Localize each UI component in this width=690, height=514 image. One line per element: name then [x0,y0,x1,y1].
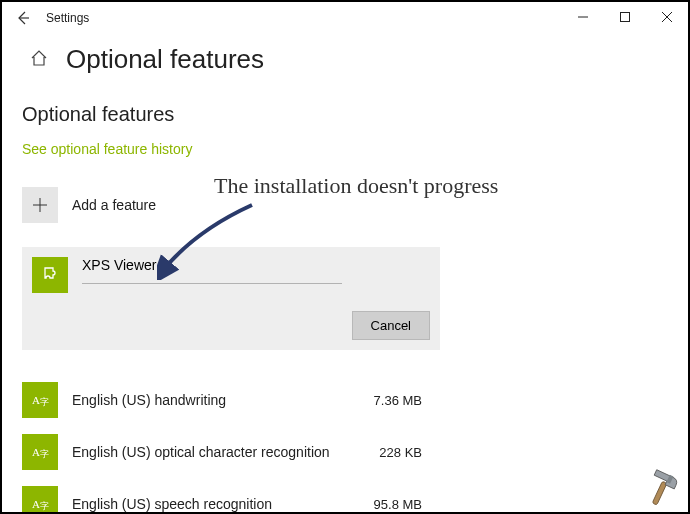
title-bar: Settings [2,2,688,34]
svg-rect-2 [621,13,630,22]
section-heading: Optional features [22,103,668,126]
page-title: Optional features [66,44,264,75]
puzzle-icon [39,264,61,286]
feature-name: English (US) optical character recogniti… [72,444,330,460]
maximize-button[interactable] [604,2,646,32]
install-progress-bar [82,283,342,284]
page-header: Optional features [2,34,688,83]
svg-text:A: A [32,394,40,406]
svg-text:A: A [32,446,40,458]
home-icon [30,49,48,67]
feature-tile: A 字 [22,486,58,514]
minimize-icon [578,12,588,22]
back-button[interactable] [12,7,34,29]
minimize-button[interactable] [562,2,604,32]
language-icon: A 字 [29,441,51,463]
cancel-button[interactable]: Cancel [352,311,430,340]
feature-tile [32,257,68,293]
svg-text:字: 字 [40,501,49,511]
add-feature-label: Add a feature [72,197,156,213]
feature-list: A 字 English (US) handwriting 7.36 MB A 字… [22,374,440,514]
feature-tile: A 字 [22,382,58,418]
home-button[interactable] [30,49,48,71]
arrow-left-icon [15,10,31,26]
plus-icon [31,196,49,214]
close-button[interactable] [646,2,688,32]
feature-size: 7.36 MB [374,393,422,408]
svg-text:A: A [32,498,40,510]
content-area: Optional features See optional feature h… [2,83,688,514]
feature-size: 228 KB [379,445,422,460]
feature-tile: A 字 [22,434,58,470]
feature-name: English (US) handwriting [72,392,226,408]
list-item[interactable]: A 字 English (US) optical character recog… [22,426,440,478]
feature-size: 95.8 MB [374,497,422,512]
maximize-icon [620,12,630,22]
language-icon: A 字 [29,389,51,411]
annotation-text: The installation doesn't progress [214,173,684,199]
language-icon: A 字 [29,493,51,514]
feature-name: English (US) speech recognition [72,496,272,512]
installing-feature-name: XPS Viewer [82,257,430,273]
svg-text:字: 字 [40,449,49,459]
list-item[interactable]: A 字 English (US) handwriting 7.36 MB [22,374,440,426]
window-title: Settings [46,11,89,25]
feature-history-link[interactable]: See optional feature history [22,141,192,157]
close-icon [662,12,672,22]
plus-tile [22,187,58,223]
hammer-watermark-icon [640,464,686,510]
list-item[interactable]: A 字 English (US) speech recognition 95.8… [22,478,440,514]
svg-text:字: 字 [40,397,49,407]
window-controls [562,2,688,32]
installing-feature-card[interactable]: XPS Viewer Cancel [22,247,440,350]
